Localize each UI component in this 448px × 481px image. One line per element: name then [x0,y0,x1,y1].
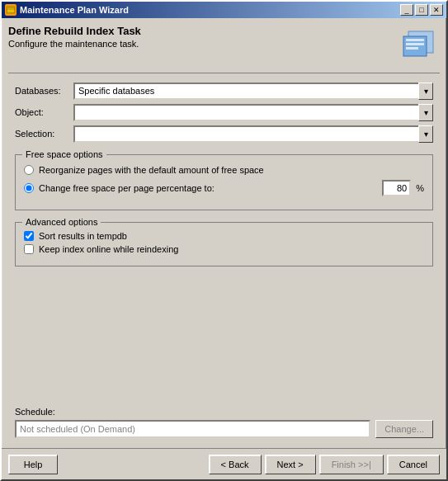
content-spacer [8,275,440,398]
radio1-row: Reorganize pages with the default amount… [24,165,424,175]
titlebar: Maintenance Plan Wizard _ □ ✕ [2,2,446,18]
dialog-content: Define Rebuild Index Task Configure the … [2,18,446,448]
change-freespace-label: Change free space per page percentage to… [39,183,377,193]
dialog-title: Define Rebuild Index Task [8,25,141,37]
form-fields: Databases: Specific databases Object: Se… [8,78,440,146]
header-illustration [397,25,440,68]
percent-input[interactable]: 80 [382,180,411,196]
help-button[interactable]: Help [8,455,58,474]
back-button[interactable]: < Back [209,455,262,474]
object-select[interactable] [73,104,433,121]
navigation-buttons: < Back Next > Finish >>| Cancel [209,455,440,474]
svg-rect-5 [406,39,424,41]
keep-online-checkbox-row: Keep index online while reindexing [24,244,424,254]
svg-rect-7 [406,47,418,50]
selection-row: Selection: [15,125,433,143]
selection-label: Selection: [15,129,68,139]
maximize-button[interactable]: □ [415,4,428,16]
selection-select[interactable] [73,125,433,143]
databases-select[interactable]: Specific databases [73,83,433,100]
dialog-subtitle: Configure the maintenance task. [8,39,141,49]
close-button[interactable]: ✕ [430,4,443,16]
header-section: Define Rebuild Index Task Configure the … [8,25,440,73]
cancel-button[interactable]: Cancel [387,455,440,474]
svg-rect-6 [406,43,424,45]
next-button[interactable]: Next > [265,455,316,474]
keep-online-checkbox[interactable] [24,244,34,254]
object-label: Object: [15,107,68,117]
sort-tempdb-label: Sort results in tempdb [39,231,127,241]
databases-row: Databases: Specific databases [15,82,433,100]
change-freespace-radio[interactable] [24,183,34,193]
change-button[interactable]: Change... [375,420,433,438]
object-row: Object: [15,103,433,121]
databases-select-wrapper: Specific databases [73,83,433,100]
minimize-button[interactable]: _ [400,4,413,16]
radio2-row: Change free space per page percentage to… [24,180,424,196]
sort-checkbox-row: Sort results in tempdb [24,231,424,241]
sort-tempdb-checkbox[interactable] [24,231,34,241]
object-select-wrapper [73,104,433,121]
finish-button[interactable]: Finish >>| [319,455,384,474]
schedule-section: Schedule: Change... [8,403,440,441]
advanced-legend: Advanced options [22,217,101,227]
schedule-row: Change... [15,420,433,438]
window-icon [5,4,17,16]
reorganize-label: Reorganize pages with the default amount… [39,165,264,175]
schedule-input[interactable] [15,420,370,438]
free-space-group: Free space options Reorganize pages with… [15,154,433,210]
window-title: Maintenance Plan Wizard [20,5,129,15]
schedule-label: Schedule: [15,407,433,417]
advanced-options-group: Advanced options Sort results in tempdb … [15,222,433,266]
percent-symbol: % [416,183,424,193]
reorganize-radio[interactable] [24,165,34,175]
main-window: Maintenance Plan Wizard _ □ ✕ Define Reb… [0,0,448,481]
selection-select-wrapper [73,125,433,143]
button-bar: Help < Back Next > Finish >>| Cancel [2,448,446,479]
keep-online-label: Keep index online while reindexing [39,244,178,254]
databases-label: Databases: [15,86,68,96]
free-space-legend: Free space options [22,149,106,159]
